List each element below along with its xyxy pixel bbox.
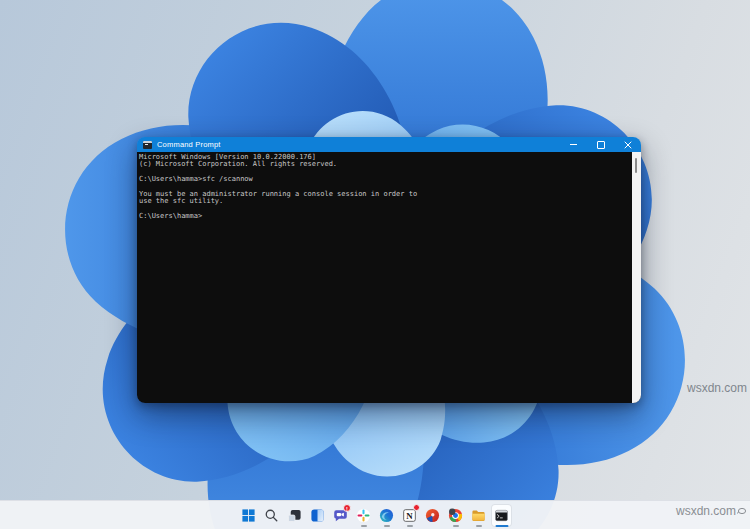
windows-logo-icon: [241, 508, 256, 523]
file-explorer-button[interactable]: [468, 504, 489, 527]
search-button[interactable]: [261, 504, 282, 527]
running-indicator: [407, 525, 413, 527]
command-prompt-taskbar-button[interactable]: [491, 504, 512, 527]
notion-button[interactable]: N: [399, 504, 420, 527]
file-explorer-icon: [471, 508, 486, 523]
task-view-icon: [287, 508, 302, 523]
watermark-text: wsxdn.com: [687, 381, 747, 395]
svg-text:N: N: [406, 510, 413, 520]
edge-icon: [379, 508, 394, 523]
red-app-button[interactable]: [422, 504, 443, 527]
widgets-icon: [310, 508, 325, 523]
terminal-line: C:\Users\hamma>sfc /scannow: [139, 176, 641, 183]
edge-button[interactable]: [376, 504, 397, 527]
chrome-icon: [448, 508, 463, 523]
terminal-line: C:\Users\hamma>: [139, 213, 641, 220]
active-indicator: [495, 525, 508, 527]
minimize-button[interactable]: [560, 137, 587, 152]
task-view-button[interactable]: [284, 504, 305, 527]
running-indicator: [476, 525, 482, 527]
taskbar-icons: !: [238, 504, 512, 527]
terminal-line: (c) Microsoft Corporation. All rights re…: [139, 161, 641, 168]
terminal-line: use the sfc utility.: [139, 198, 641, 205]
watermark: wsxdn.com: [687, 381, 747, 395]
teams-chat-button[interactable]: !: [330, 504, 351, 527]
terminal-line: [139, 206, 641, 213]
notification-badge: !: [343, 504, 351, 512]
red-app-icon: [425, 508, 440, 523]
watermark: wsxdn.com: [676, 504, 747, 518]
running-indicator: [384, 525, 390, 527]
maximize-icon: [597, 141, 605, 149]
search-icon: [264, 508, 279, 523]
cmd-window-icon: [143, 141, 152, 149]
watermark-text: wsxdn.com: [676, 504, 736, 518]
notification-badge: [413, 504, 420, 511]
running-indicator: [361, 525, 367, 527]
start-button[interactable]: [238, 504, 259, 527]
desktop: wsxdn.com Command Prompt Microsoft Windo…: [0, 0, 750, 529]
terminal-scrollbar[interactable]: [632, 152, 641, 403]
terminal-output[interactable]: Microsoft Windows [Version 10.0.22000.17…: [137, 152, 641, 403]
command-prompt-icon: [494, 508, 509, 523]
taskbar: !: [0, 500, 750, 529]
maximize-button[interactable]: [587, 137, 614, 152]
command-prompt-window: Command Prompt Microsoft Windows [Versio…: [137, 137, 641, 403]
slack-button[interactable]: [353, 504, 374, 527]
window-titlebar[interactable]: Command Prompt: [137, 137, 641, 152]
window-title: Command Prompt: [157, 140, 560, 149]
running-indicator: [453, 525, 459, 527]
minimize-icon: [570, 144, 577, 145]
close-icon: [624, 141, 632, 149]
widgets-button[interactable]: [307, 504, 328, 527]
pointer-glyph-icon: [737, 507, 747, 516]
chrome-button[interactable]: [445, 504, 466, 527]
scrollbar-thumb[interactable]: [635, 158, 637, 173]
slack-icon: [356, 508, 371, 523]
close-button[interactable]: [614, 137, 641, 152]
